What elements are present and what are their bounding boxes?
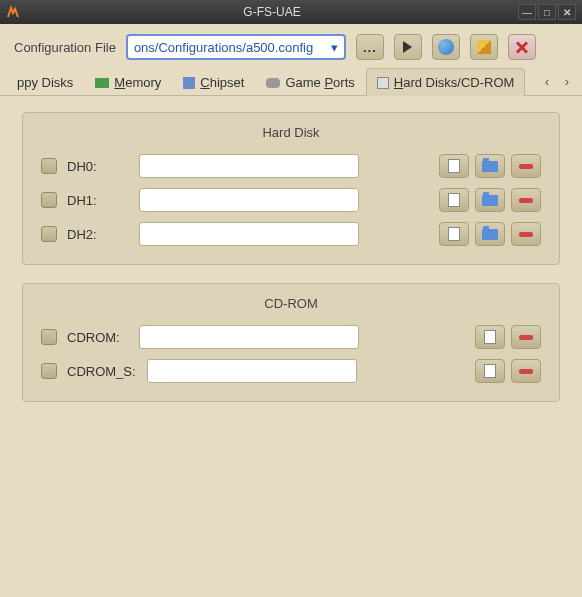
dh2-checkbox[interactable] (41, 226, 57, 242)
tab-label: Game Ports (285, 75, 354, 90)
window-title: G-FS-UAE (26, 5, 518, 19)
browse-config-button[interactable]: ... (356, 34, 384, 60)
dh1-browse-button[interactable] (475, 188, 505, 212)
memory-icon (95, 78, 109, 88)
tab-chipset[interactable]: Chipset (172, 68, 255, 96)
dh0-new-button[interactable] (439, 154, 469, 178)
maximize-button[interactable]: □ (538, 4, 556, 20)
tab-label: Chipset (200, 75, 244, 90)
tab-label: ppy Disks (17, 75, 73, 90)
document-icon (484, 364, 496, 378)
cdrom-group: CD-ROM CDROM: CDROM_S: (22, 283, 560, 402)
tab-bar: ppy Disks Memory Chipset Game Ports Hard… (0, 68, 582, 96)
dh0-input[interactable] (139, 154, 359, 178)
titlebar: G-FS-UAE — □ ✕ (0, 0, 582, 24)
tab-label: Hard Disks/CD-ROM (394, 75, 515, 90)
cdrom-s-input[interactable] (147, 359, 357, 383)
tab-scroll-left[interactable]: ‹ (538, 73, 556, 91)
tab-hard-disks-cdrom[interactable]: Hard Disks/CD-ROM (366, 68, 526, 96)
web-button[interactable] (432, 34, 460, 60)
tab-scroll: ‹ › (538, 73, 576, 91)
tab-scroll-right[interactable]: › (558, 73, 576, 91)
minus-icon (519, 232, 533, 237)
dh2-row: DH2: (41, 222, 541, 246)
config-file-select[interactable]: ons/Configurations/a500.config ▾ (126, 34, 346, 60)
disk-icon (377, 77, 389, 89)
dh2-input[interactable] (139, 222, 359, 246)
window-controls: — □ ✕ (518, 4, 576, 20)
close-button[interactable]: ✕ (558, 4, 576, 20)
cdrom-remove-button[interactable] (511, 325, 541, 349)
minus-icon (519, 198, 533, 203)
delete-config-button[interactable] (508, 34, 536, 60)
document-icon (448, 227, 460, 241)
chevron-down-icon: ▾ (331, 40, 338, 55)
dh1-new-button[interactable] (439, 188, 469, 212)
dh1-remove-button[interactable] (511, 188, 541, 212)
harddisk-title: Hard Disk (41, 125, 541, 140)
app-window: G-FS-UAE — □ ✕ Configuration File ons/Co… (0, 0, 582, 597)
folder-icon (482, 161, 498, 172)
ellipsis-icon: ... (363, 40, 377, 55)
edit-icon (477, 40, 491, 54)
cdrom-label: CDROM: (67, 330, 129, 345)
dh1-checkbox[interactable] (41, 192, 57, 208)
dh1-row: DH1: (41, 188, 541, 212)
dh0-label: DH0: (67, 159, 129, 174)
config-file-value: ons/Configurations/a500.config (134, 40, 331, 55)
minus-icon (519, 369, 533, 374)
tab-label: Memory (114, 75, 161, 90)
cdrom-checkbox[interactable] (41, 329, 57, 345)
document-icon (448, 159, 460, 173)
gamepad-icon (266, 78, 280, 88)
cdrom-s-row: CDROM_S: (41, 359, 541, 383)
folder-icon (482, 195, 498, 206)
cdrom-row: CDROM: (41, 325, 541, 349)
cdrom-title: CD-ROM (41, 296, 541, 311)
config-file-label: Configuration File (14, 40, 116, 55)
app-icon (6, 5, 20, 19)
cdrom-s-remove-button[interactable] (511, 359, 541, 383)
dh0-remove-button[interactable] (511, 154, 541, 178)
folder-icon (482, 229, 498, 240)
dh0-row: DH0: (41, 154, 541, 178)
tab-memory[interactable]: Memory (84, 68, 172, 96)
tab-game-ports[interactable]: Game Ports (255, 68, 365, 96)
dh0-checkbox[interactable] (41, 158, 57, 174)
play-icon (403, 41, 412, 53)
minus-icon (519, 335, 533, 340)
tab-floppy-disks[interactable]: ppy Disks (6, 68, 84, 96)
cdrom-input[interactable] (139, 325, 359, 349)
dh2-new-button[interactable] (439, 222, 469, 246)
dh2-browse-button[interactable] (475, 222, 505, 246)
minus-icon (519, 164, 533, 169)
document-icon (448, 193, 460, 207)
config-bar: Configuration File ons/Configurations/a5… (0, 24, 582, 68)
chipset-icon (183, 77, 195, 89)
document-icon (484, 330, 496, 344)
dh2-remove-button[interactable] (511, 222, 541, 246)
run-button[interactable] (394, 34, 422, 60)
dh2-label: DH2: (67, 227, 129, 242)
x-icon (515, 40, 529, 54)
cdrom-s-new-button[interactable] (475, 359, 505, 383)
edit-button[interactable] (470, 34, 498, 60)
cdrom-new-button[interactable] (475, 325, 505, 349)
dh0-browse-button[interactable] (475, 154, 505, 178)
cdrom-s-label: CDROM_S: (67, 364, 137, 379)
dh1-label: DH1: (67, 193, 129, 208)
globe-icon (438, 39, 454, 55)
minimize-button[interactable]: — (518, 4, 536, 20)
harddisk-group: Hard Disk DH0: DH1: (22, 112, 560, 265)
tab-panel: Hard Disk DH0: DH1: (0, 96, 582, 597)
dh1-input[interactable] (139, 188, 359, 212)
content-area: Configuration File ons/Configurations/a5… (0, 24, 582, 597)
cdrom-s-checkbox[interactable] (41, 363, 57, 379)
